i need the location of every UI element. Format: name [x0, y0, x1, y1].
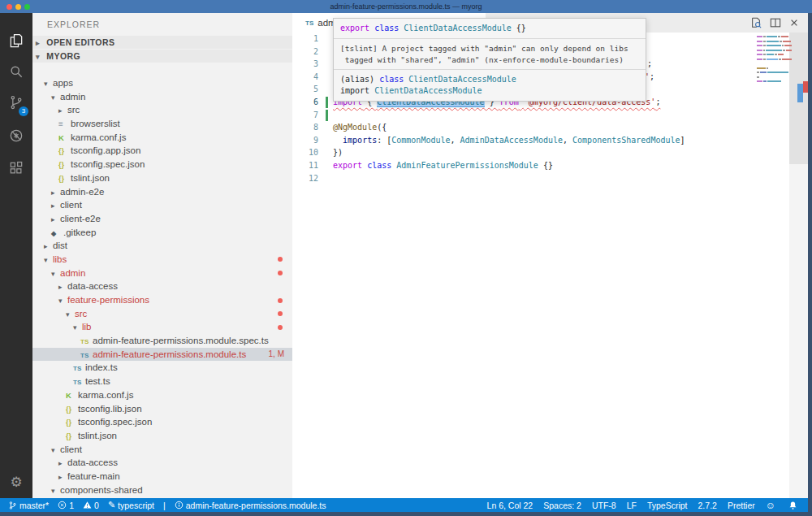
tree-file-browserslist[interactable]: ≡browserslist — [32, 117, 292, 131]
section-open-editors[interactable]: ▸ OPEN EDITORS — [32, 35, 292, 49]
alias-line: import ClientDataAccessModule — [340, 85, 639, 97]
overview-error-marker[interactable] — [803, 81, 808, 93]
minimap-code[interactable] — [757, 36, 793, 89]
tree-file-admin-feature-permissions.module.ts[interactable]: TSadmin-feature-permissions.module.ts1, … — [32, 348, 292, 362]
chevron-expanded-icon: ▾ — [36, 50, 44, 63]
tree-folder-feature-main[interactable]: ▸feature-main — [32, 470, 292, 483]
section-label: MYORG — [46, 51, 80, 61]
status-notifications[interactable] — [788, 501, 800, 510]
status-label: admin-feature-permissions.module.ts — [186, 501, 326, 510]
tree-file-admin-feature-permissions.module.spec.ts[interactable]: TSadmin-feature-permissions.module.spec.… — [32, 334, 292, 348]
tree-file-test.ts[interactable]: TStest.ts — [32, 375, 292, 388]
status-tslint-status[interactable]: ✎typescript — [108, 500, 154, 510]
status-eol[interactable]: LF — [627, 501, 637, 510]
chevron-collapsed-icon: ▸ — [51, 186, 60, 200]
status-error-count[interactable]: 1 — [58, 501, 74, 510]
code-line-7[interactable] — [333, 109, 788, 122]
tree-file-tsconfig.lib.json[interactable]: {}tsconfig.lib.json — [32, 402, 292, 416]
code-token: class — [374, 24, 399, 33]
line-number-5[interactable]: 5 — [292, 83, 333, 96]
status-warning-count[interactable]: 0 — [83, 501, 99, 510]
tree-folder-src[interactable]: ▸src — [32, 103, 292, 117]
search-icon[interactable] — [0, 55, 32, 88]
tree-file-.gitkeep[interactable]: ◆.gitkeep — [32, 226, 292, 240]
minimap-line — [757, 72, 793, 73]
status-encoding[interactable]: UTF-8 — [592, 501, 616, 510]
tree-folder-admin-e2e[interactable]: ▸admin-e2e — [32, 185, 292, 199]
minimap-line — [757, 45, 793, 46]
status-git-branch-status[interactable]: master* — [8, 501, 49, 510]
line-number-4[interactable]: 4 — [292, 71, 333, 84]
open-changes-icon[interactable] — [749, 16, 762, 29]
tree-folder-admin[interactable]: ▾admin — [32, 90, 292, 104]
line-number-10[interactable]: 10 — [292, 146, 333, 159]
status-prettier[interactable]: Prettier — [728, 501, 755, 510]
line-number-3[interactable]: 3 — [292, 58, 333, 71]
code-line-9[interactable]: imports: [CommonModule, AdminDataAccessM… — [333, 134, 788, 147]
tree-file-index.ts[interactable]: TSindex.ts — [32, 361, 292, 375]
code-token: ; — [655, 98, 660, 106]
debug-icon[interactable] — [0, 119, 32, 152]
branch-icon — [8, 501, 17, 510]
line-number-11[interactable]: 11 — [292, 159, 333, 172]
manage-gear-icon[interactable]: ⚙ — [0, 466, 32, 498]
code-line-11[interactable]: export class AdminFeaturePermissionsModu… — [333, 159, 788, 172]
tree-item-label: feature-permissions — [67, 295, 149, 305]
tree-item-label: .gitkeep — [63, 228, 96, 237]
editor-group: TS admin-feature-permissions.module.ts 1… — [292, 13, 808, 498]
karma-file-icon: K — [66, 389, 78, 403]
status-ts-version[interactable]: 2.7.2 — [698, 501, 717, 510]
split-editor-icon[interactable] — [769, 16, 782, 29]
close-editor-icon[interactable] — [788, 16, 801, 29]
tree-item-label: src — [75, 309, 87, 319]
tree-folder-components-shared[interactable]: ▾components-shared — [32, 483, 292, 497]
status-label: | — [163, 501, 166, 510]
line-number-2[interactable]: 2 — [292, 46, 333, 59]
tree-folder-feature-permissions[interactable]: ▾feature-permissions — [32, 293, 292, 307]
code-token: ; — [647, 58, 652, 71]
extensions-icon[interactable] — [0, 152, 32, 184]
tree-file-tslint.json[interactable]: {}tslint.json — [32, 429, 292, 443]
tree-folder-data-access[interactable]: ▸data-access — [32, 456, 292, 470]
hover-lint-message: [tslint] A project tagged with "admin" c… — [334, 39, 646, 70]
tree-file-tslint.json[interactable]: {}tslint.json — [32, 171, 292, 185]
status-feedback[interactable]: ☺ — [766, 500, 778, 511]
tree-folder-libs[interactable]: ▾libs — [32, 253, 292, 267]
line-number-12[interactable]: 12 — [292, 172, 333, 185]
status-language-mode[interactable]: TypeScript — [647, 501, 688, 510]
tree-item-label: lib — [82, 322, 92, 332]
status-label: 2.7.2 — [698, 501, 717, 510]
tree-folder-src[interactable]: ▾src — [32, 307, 292, 321]
tree-folder-dist[interactable]: ▸dist — [32, 239, 292, 253]
line-number-9[interactable]: 9 — [292, 134, 333, 147]
tree-folder-data-access[interactable]: ▸data-access — [32, 280, 292, 293]
source-control-icon[interactable]: 3 — [0, 86, 32, 119]
lint-message-line: [tslint] A project tagged with "admin" c… — [340, 43, 639, 54]
explorer-icon[interactable] — [0, 24, 32, 57]
tree-file-karma.conf.js[interactable]: Kkarma.conf.js — [32, 131, 292, 145]
overview-selection-marker[interactable] — [797, 84, 803, 102]
minimap-line — [757, 67, 793, 69]
minimap-line — [757, 85, 793, 87]
code-line-8[interactable]: @NgModule({ — [333, 121, 788, 134]
tree-file-karma.conf.js[interactable]: Kkarma.conf.js — [32, 388, 292, 402]
tree-file-tsconfig.app.json[interactable]: {}tsconfig.app.json — [32, 144, 292, 158]
line-number-1[interactable]: 1 — [292, 33, 333, 46]
section-myorg[interactable]: ▾ MYORG — [32, 49, 292, 63]
status-problem-file[interactable]: admin-feature-permissions.module.ts — [175, 501, 326, 510]
tree-folder-client-e2e[interactable]: ▸client-e2e — [32, 212, 292, 226]
tree-file-tsconfig.spec.json[interactable]: {}tsconfig.spec.json — [32, 158, 292, 171]
json-file-icon: {} — [58, 158, 71, 172]
line-number-8[interactable]: 8 — [292, 121, 333, 134]
tree-folder-client[interactable]: ▾client — [32, 443, 292, 457]
tree-folder-admin[interactable]: ▾admin — [32, 267, 292, 280]
status-indentation[interactable]: Spaces: 2 — [543, 501, 581, 510]
tree-folder-apps[interactable]: ▾apps — [32, 76, 292, 90]
code-line-10[interactable]: }) — [333, 146, 788, 159]
alias-line: (alias) class ClientDataAccessModule — [340, 74, 639, 85]
tree-folder-lib[interactable]: ▾lib — [32, 320, 292, 334]
tree-file-tsconfig.spec.json[interactable]: {}tsconfig.spec.json — [32, 415, 292, 429]
code-line-12[interactable] — [333, 172, 788, 185]
status-cursor-position[interactable]: Ln 6, Col 22 — [487, 501, 533, 510]
tree-folder-client[interactable]: ▸client — [32, 198, 292, 212]
